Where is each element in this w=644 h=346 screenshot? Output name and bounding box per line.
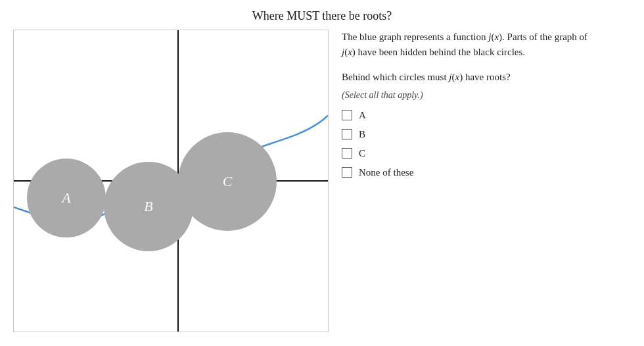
graph-panel: A B C <box>13 30 329 332</box>
page-title: Where MUST there be roots? <box>0 0 644 30</box>
func-j-x-1: j <box>488 32 491 42</box>
select-hint: (Select all that apply.) <box>342 90 618 101</box>
func-x-3: x <box>455 72 459 82</box>
func-x-2: x <box>348 47 352 57</box>
func-x-1: x <box>494 32 499 42</box>
checkbox-a[interactable] <box>342 110 352 120</box>
question-text: Behind which circles must j(x) have root… <box>342 70 618 85</box>
circle-a-label: A <box>62 189 70 207</box>
checkbox-none[interactable] <box>342 167 352 178</box>
option-b-label: B <box>359 129 365 140</box>
func-j-x-2: j <box>342 47 344 57</box>
right-panel: The blue graph represents a function j(x… <box>329 30 631 178</box>
option-c-label: C <box>359 148 365 159</box>
option-a[interactable]: A <box>342 110 618 121</box>
circle-c-label: C <box>223 173 233 190</box>
description: The blue graph represents a function j(x… <box>342 30 618 59</box>
checkbox-b[interactable] <box>342 129 352 139</box>
circle-b-label: B <box>144 198 152 215</box>
option-none-label: None of these <box>359 167 413 178</box>
option-none[interactable]: None of these <box>342 167 618 178</box>
option-c[interactable]: C <box>342 148 618 159</box>
option-b[interactable]: B <box>342 129 618 140</box>
checkbox-c[interactable] <box>342 148 352 159</box>
options-list: A B C None of these <box>342 110 618 178</box>
circle-c: C <box>178 132 277 231</box>
func-j-x-3: j <box>449 72 451 82</box>
option-a-label: A <box>359 110 366 121</box>
circle-a: A <box>27 159 106 237</box>
